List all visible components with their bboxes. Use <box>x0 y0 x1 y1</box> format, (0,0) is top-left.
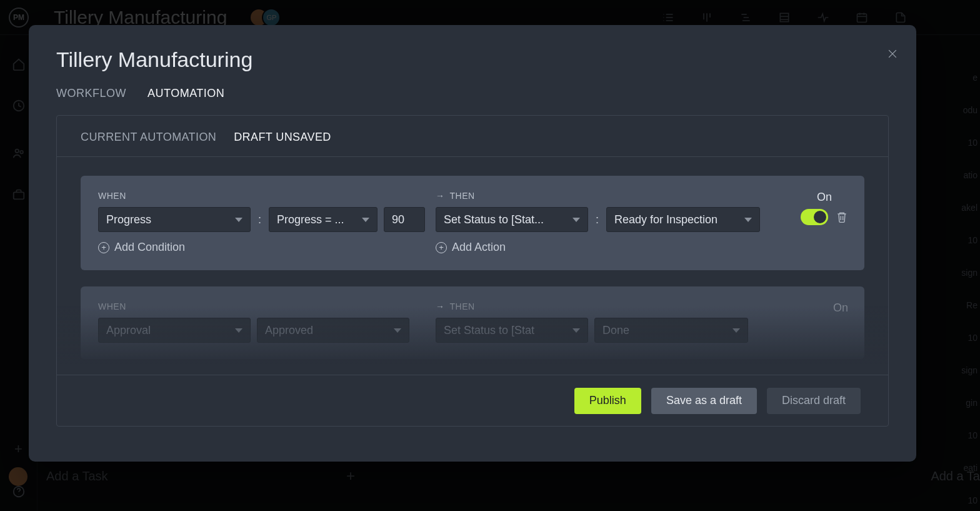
modal-tabs: WORKFLOW AUTOMATION <box>56 87 889 100</box>
automation-rule: WHEN Progress : Progress = ... 90 <box>81 176 864 270</box>
add-action-button[interactable]: + Add Action <box>436 241 761 254</box>
automation-modal: Tillery Manufacturing WORKFLOW AUTOMATIO… <box>29 25 916 462</box>
then-value-select[interactable]: Ready for Inspection <box>606 207 760 232</box>
separator: : <box>594 213 600 226</box>
discard-draft-button[interactable]: Discard draft <box>767 388 861 414</box>
when-value-input[interactable]: 90 <box>384 207 425 232</box>
select-value: Progress = ... <box>277 213 344 226</box>
select-value: Set Status to [Stat... <box>444 213 544 226</box>
plus-circle-icon: + <box>436 242 447 253</box>
chevron-down-icon <box>572 218 580 222</box>
add-condition-button[interactable]: + Add Condition <box>98 241 436 254</box>
then-column: → THEN Set Status to [Stat... : Ready fo… <box>436 191 761 254</box>
chevron-down-icon <box>235 218 242 222</box>
subtab-draft[interactable]: DRAFT UNSAVED <box>234 131 331 144</box>
tab-automation[interactable]: AUTOMATION <box>148 87 224 100</box>
add-condition-label: Add Condition <box>114 241 185 254</box>
delete-rule-button[interactable] <box>836 210 848 224</box>
separator: : <box>257 213 262 226</box>
plus-circle-icon: + <box>98 242 109 253</box>
chevron-down-icon <box>362 218 369 222</box>
save-draft-button[interactable]: Save as a draft <box>651 388 757 414</box>
modal-title: Tillery Manufacturing <box>56 48 889 72</box>
close-button[interactable] <box>886 48 899 60</box>
when-label: WHEN <box>98 191 436 201</box>
tab-workflow[interactable]: WORKFLOW <box>56 87 126 100</box>
when-trigger-select[interactable]: Progress <box>98 207 251 232</box>
rule-toggle-column: On <box>801 191 848 225</box>
automation-panel: CURRENT AUTOMATION DRAFT UNSAVED WHEN Pr… <box>56 115 889 427</box>
rule-enabled-toggle[interactable] <box>801 209 828 225</box>
publish-button[interactable]: Publish <box>574 388 641 414</box>
when-column: WHEN Progress : Progress = ... 90 <box>98 191 436 254</box>
add-action-label: Add Action <box>452 241 506 254</box>
chevron-down-icon <box>744 218 752 222</box>
when-condition-select[interactable]: Progress = ... <box>269 207 378 232</box>
then-action-select[interactable]: Set Status to [Stat... <box>436 207 588 232</box>
select-value: Progress <box>106 213 151 226</box>
scroll-fade <box>57 306 888 375</box>
subtab-current[interactable]: CURRENT AUTOMATION <box>81 131 216 144</box>
modal-footer: Publish Save as a draft Discard draft <box>57 375 888 426</box>
automation-subtabs: CURRENT AUTOMATION DRAFT UNSAVED <box>57 116 888 157</box>
arrow-right-icon: → <box>436 191 445 201</box>
toggle-label: On <box>817 191 832 204</box>
select-value: Ready for Inspection <box>614 213 718 226</box>
then-label: → THEN <box>436 191 761 201</box>
